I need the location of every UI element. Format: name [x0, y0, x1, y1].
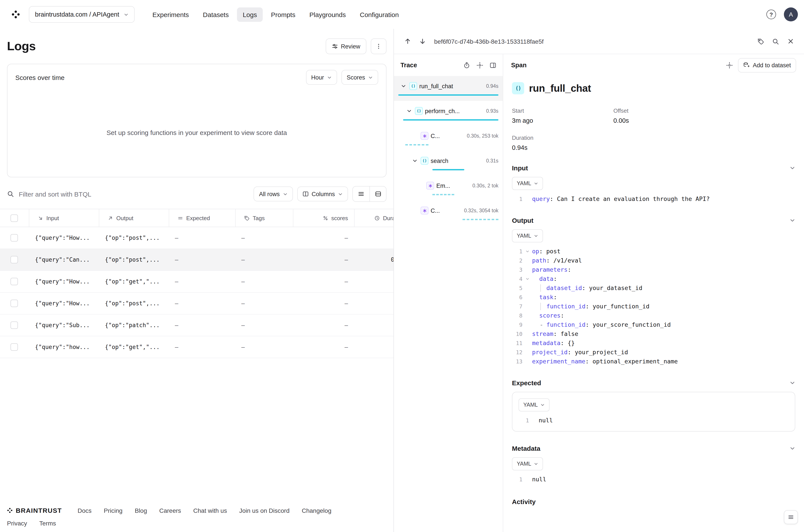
collapse-output-icon[interactable] [790, 217, 795, 223]
line-number: 6 [512, 293, 523, 302]
fold-icon[interactable] [523, 274, 532, 283]
expected-format-dropdown[interactable]: YAML [518, 398, 550, 412]
span-timeline-bar [432, 194, 455, 195]
next-trace-button[interactable] [416, 35, 429, 48]
table-row[interactable]: {"query":"Can...{"op":"post",...–––0.94s [0, 249, 394, 271]
output-format-dropdown[interactable]: YAML [512, 229, 543, 242]
footer-link-chat-with-us[interactable]: Chat with us [193, 507, 227, 514]
footer-link-privacy[interactable]: Privacy [7, 520, 27, 527]
row-checkbox[interactable] [11, 300, 18, 307]
collapse-metadata-icon[interactable] [790, 445, 795, 451]
interval-dropdown[interactable]: Hour [306, 70, 337, 85]
all-rows-dropdown[interactable]: All rows [254, 187, 293, 201]
column-header-checkbox[interactable] [0, 209, 29, 227]
app-root: braintrustdata.com / APIAgent Experiment… [0, 0, 804, 532]
cell-checkbox [0, 271, 29, 292]
metadata-format-dropdown[interactable]: YAML [512, 457, 543, 470]
line-number: 11 [512, 339, 523, 348]
expected-editor[interactable]: YAML 1null [512, 392, 795, 432]
project-selector[interactable]: braintrustdata.com / APIAgent [29, 6, 134, 23]
footer-link-join-us-on-discord[interactable]: Join us on Discord [239, 507, 289, 514]
nav-item-logs[interactable]: Logs [237, 7, 262, 22]
nav-item-playgrounds[interactable]: Playgrounds [304, 7, 351, 22]
column-header-scores[interactable]: scores [293, 209, 354, 227]
timer-icon[interactable] [463, 62, 470, 68]
table-row[interactable]: {"query":"Sub...{"op":"patch"...––– [0, 315, 394, 336]
footer-link-blog[interactable]: Blog [135, 507, 147, 514]
scores-dropdown[interactable]: Scores [342, 70, 378, 85]
cell-expected: – [169, 271, 235, 292]
collapse-input-icon[interactable] [790, 165, 795, 171]
row-checkbox[interactable] [11, 343, 18, 351]
trace-span-row[interactable]: C...0.32s, 3054 tok [394, 201, 503, 225]
table-row[interactable]: {"query":"How...{"op":"get","...––– [0, 271, 394, 293]
chevron-down-icon [338, 192, 343, 196]
collapse-children-icon[interactable] [412, 158, 418, 163]
prev-trace-button[interactable] [401, 35, 414, 48]
cell-input: {"query":"how... [29, 336, 99, 358]
btql-filter-input[interactable]: Filter and sort with BTQL [7, 190, 254, 198]
nav-item-configuration[interactable]: Configuration [354, 7, 404, 22]
expected-section: Expected YAML 1null [512, 379, 795, 432]
table-row[interactable]: {"query":"How...{"op":"post",...––– [0, 227, 394, 249]
column-header-tags[interactable]: Tags [235, 209, 293, 227]
column-header-input[interactable]: Input [29, 209, 99, 227]
nav-item-prompts[interactable]: Prompts [266, 7, 301, 22]
input-section: Input YAML 1query: Can I create an evalu… [512, 164, 795, 204]
table-row[interactable]: {"query":"how...{"op":"get","...––– [0, 336, 394, 358]
trace-span-row[interactable]: ()search0.31s [394, 151, 503, 176]
row-view-button[interactable] [369, 187, 386, 201]
list-view-button[interactable] [353, 187, 369, 201]
chevron-down-icon [124, 12, 128, 17]
fold-icon[interactable] [523, 247, 532, 256]
input-format-dropdown[interactable]: YAML [512, 177, 543, 190]
logs-panel: Logs Review [0, 29, 394, 532]
tag-button[interactable] [754, 35, 767, 48]
nav-item-datasets[interactable]: Datasets [197, 7, 234, 22]
nav-item-experiments[interactable]: Experiments [147, 7, 195, 22]
column-header-output[interactable]: Output [99, 209, 169, 227]
fit-to-view-icon[interactable] [477, 62, 483, 68]
column-header-duration[interactable]: Duration [354, 209, 394, 227]
more-options-button[interactable] [371, 38, 386, 54]
offset-value: 0.00s [614, 117, 795, 124]
table-row[interactable]: {"query":"How...{"op":"post",...––– [0, 293, 394, 315]
row-checkbox[interactable] [11, 234, 18, 242]
collapse-expected-icon[interactable] [790, 380, 795, 386]
tag-icon [244, 215, 250, 221]
columns-dropdown[interactable]: Columns [297, 187, 348, 201]
footer-link-careers[interactable]: Careers [159, 507, 181, 514]
cell-checkbox [0, 227, 29, 249]
collapse-children-icon[interactable] [400, 83, 407, 89]
trace-span-row[interactable]: ()run_full_chat0.94s [394, 76, 503, 101]
close-panel-button[interactable] [784, 35, 797, 48]
activity-menu-button[interactable] [784, 510, 798, 524]
select-all-checkbox[interactable] [11, 214, 18, 222]
column-header-expected[interactable]: Expected [169, 209, 235, 227]
duration-value: 0.94s [512, 144, 614, 151]
avatar[interactable]: A [784, 7, 798, 21]
row-checkbox[interactable] [11, 256, 18, 263]
help-button[interactable]: ? [766, 10, 776, 19]
cell-expected: – [169, 293, 235, 314]
panel-layout-icon[interactable] [490, 62, 496, 68]
cell-output: {"op":"post",... [99, 293, 169, 314]
footer-link-terms[interactable]: Terms [39, 520, 56, 527]
focus-span-icon[interactable] [726, 62, 733, 68]
trace-span-row[interactable]: C...0.30s, 253 tok [394, 126, 503, 151]
row-checkbox[interactable] [11, 321, 18, 329]
collapse-children-icon[interactable] [406, 108, 413, 114]
add-to-dataset-button[interactable]: Add to dataset [738, 58, 796, 72]
cell-scores: – [293, 315, 354, 336]
footer-link-pricing[interactable]: Pricing [104, 507, 123, 514]
search-trace-button[interactable] [769, 35, 782, 48]
footer: BRAINTRUST DocsPricingBlogCareersChat wi… [7, 507, 386, 527]
function-span-icon: () [409, 82, 417, 90]
trace-span-row[interactable]: ()perform_ch...0.93s [394, 101, 503, 126]
row-checkbox[interactable] [11, 278, 18, 285]
footer-link-changelog[interactable]: Changelog [302, 507, 331, 514]
cell-output: {"op":"get","... [99, 271, 169, 292]
trace-span-row[interactable]: Em...0.30s, 2 tok [394, 176, 503, 201]
review-button[interactable]: Review [326, 38, 366, 54]
footer-link-docs[interactable]: Docs [78, 507, 92, 514]
